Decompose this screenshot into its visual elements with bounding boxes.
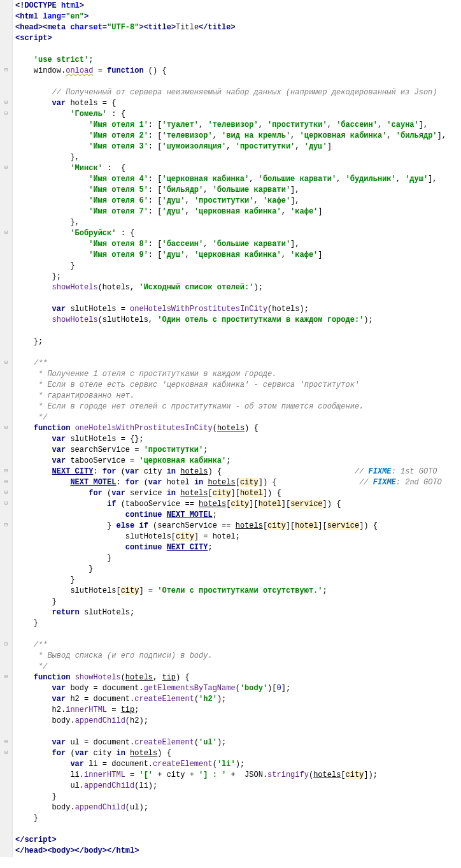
fold-marker[interactable]: ⊟: [0, 65, 12, 76]
code-line[interactable]: 'Минск' : {: [15, 163, 458, 174]
fold-marker[interactable]: ⊟: [0, 228, 12, 238]
code-line[interactable]: /**: [15, 358, 458, 369]
code-line[interactable]: * Если в отеле есть сервис 'церковная ка…: [15, 380, 458, 391]
code-line[interactable]: 'Имя отеля 2': ['телевизор', 'вид на кре…: [15, 131, 458, 141]
fold-marker[interactable]: ⊟: [0, 672, 12, 683]
fold-marker: [0, 585, 12, 596]
code-line[interactable]: 'Имя отеля 4': ['церковная кабинка', 'бо…: [15, 174, 458, 185]
code-line[interactable]: 'Бобруйск' : {: [15, 228, 458, 239]
code-line[interactable]: showHotels(slutHotels, 'Один отель с про…: [15, 315, 458, 326]
code-line[interactable]: h2.innerHTML = tip;: [15, 705, 458, 716]
fold-marker[interactable]: ⊟: [0, 488, 12, 498]
code-line[interactable]: return slutHotels;: [15, 607, 458, 618]
fold-marker[interactable]: ⊟: [0, 520, 12, 531]
code-line[interactable]: }: [15, 261, 458, 271]
code-line[interactable]: },: [15, 217, 458, 228]
code-line[interactable]: </script>: [15, 835, 458, 846]
code-line[interactable]: [15, 76, 458, 87]
code-line[interactable]: [15, 44, 458, 55]
code-line[interactable]: slutHotels[city] = hotel;: [15, 532, 458, 542]
code-line[interactable]: var h2 = document.createElement('h2');: [15, 694, 458, 705]
fold-marker: [0, 845, 12, 856]
code-line[interactable]: }: [15, 813, 458, 824]
code-line[interactable]: <script>: [15, 33, 458, 44]
code-line[interactable]: var li = document.createElement('li');: [15, 759, 458, 770]
fold-marker[interactable]: ⊟: [0, 748, 12, 758]
code-line[interactable]: showHotels(hotels, 'Исходный список отел…: [15, 282, 458, 293]
code-line[interactable]: var body = document.getElementsByTagName…: [15, 683, 458, 694]
code-line[interactable]: var slutHotels = {};: [15, 434, 458, 445]
fold-marker: [0, 433, 12, 444]
code-line[interactable]: },: [15, 152, 458, 163]
code-line[interactable]: 'Имя отеля 7': ['душ', 'церковная кабинк…: [15, 206, 458, 217]
code-line[interactable]: 'Имя отеля 1': ['туалет', 'телевизор', '…: [15, 120, 458, 131]
code-line[interactable]: [15, 727, 458, 737]
code-line[interactable]: }: [15, 618, 458, 629]
code-line[interactable]: [15, 293, 458, 304]
code-line[interactable]: * гарантированно нет.: [15, 391, 458, 401]
code-line[interactable]: [15, 326, 458, 336]
code-line[interactable]: [15, 824, 458, 835]
code-line[interactable]: <head><meta charset="UTF-8"><title>Title…: [15, 22, 458, 33]
fold-marker[interactable]: ⊟: [0, 358, 12, 368]
code-line[interactable]: }: [15, 553, 458, 564]
code-line[interactable]: [15, 629, 458, 640]
code-line[interactable]: [15, 347, 458, 358]
code-line[interactable]: * Получение 1 отеля с проститутками в ка…: [15, 369, 458, 380]
code-line[interactable]: var ul = document.createElement('ul');: [15, 737, 458, 748]
fold-marker[interactable]: ⊟: [0, 639, 12, 650]
fold-marker[interactable]: ⊟: [0, 498, 12, 509]
code-line[interactable]: 'Имя отеля 5': ['бильядр', 'большие карв…: [15, 185, 458, 196]
code-line[interactable]: * Вывод списка (и его подписи) в body.: [15, 651, 458, 662]
code-line[interactable]: 'Гомель' : {: [15, 109, 458, 120]
fold-marker: [0, 0, 12, 11]
code-line[interactable]: };: [15, 271, 458, 282]
fold-marker[interactable]: ⊟: [0, 98, 12, 108]
code-line[interactable]: if (tabooService == hotels[city][hotel][…: [15, 499, 458, 510]
code-line[interactable]: // Полученный от сервера неизменяемый на…: [15, 87, 458, 98]
code-line[interactable]: }: [15, 792, 458, 802]
code-line[interactable]: */: [15, 662, 458, 672]
code-line[interactable]: 'Имя отеля 3': ['шумоизоляция', 'простит…: [15, 141, 458, 152]
fold-marker[interactable]: ⊟: [0, 163, 12, 173]
code-line[interactable]: function showHotels(hotels, tip) {: [15, 672, 458, 683]
code-line[interactable]: var searchService = 'проститутки';: [15, 445, 458, 456]
code-line[interactable]: 'Имя отеля 9': ['душ', 'церковная кабинк…: [15, 250, 458, 261]
fold-marker[interactable]: ⊟: [0, 737, 12, 748]
code-line[interactable]: continue NEXT_CITY;: [15, 542, 458, 553]
code-line[interactable]: }: [15, 564, 458, 575]
code-line[interactable]: NEXT_MOTEL: for (var hotel in hotels[cit…: [15, 477, 458, 488]
code-line[interactable]: }: [15, 597, 458, 607]
code-line[interactable]: li.innerHTML = '[' + city + '] : ' + JSO…: [15, 770, 458, 781]
code-line[interactable]: body.appendChild(ul);: [15, 802, 458, 813]
code-line[interactable]: var slutHotels = oneHotelsWithProstitute…: [15, 304, 458, 315]
code-line[interactable]: * Если в городе нет отелей с проститутка…: [15, 401, 458, 412]
code-line[interactable]: };: [15, 336, 458, 347]
code-line[interactable]: continue NEXT_MOTEL;: [15, 510, 458, 521]
code-line[interactable]: function oneHotelsWithProstitutesInCity(…: [15, 423, 458, 434]
code-line[interactable]: 'use strict';: [15, 55, 458, 66]
code-line[interactable]: 'Имя отеля 8': ['бассеин', 'большие карв…: [15, 239, 458, 250]
code-line[interactable]: slutHotels[city] = 'Отели с проституткам…: [15, 586, 458, 597]
code-line[interactable]: /**: [15, 640, 458, 651]
fold-marker[interactable]: ⊟: [0, 477, 12, 488]
code-line[interactable]: <!DOCTYPE html>: [15, 1, 458, 11]
code-line[interactable]: for (var city in hotels) {: [15, 748, 458, 759]
code-line[interactable]: body.appendChild(h2);: [15, 716, 458, 727]
fold-marker[interactable]: ⊟: [0, 108, 12, 119]
fold-marker[interactable]: ⊟: [0, 423, 12, 433]
code-line[interactable]: <html lang="en">: [15, 11, 458, 22]
code-line[interactable]: var tabooService = 'церковная кабинка';: [15, 456, 458, 467]
code-line[interactable]: */: [15, 412, 458, 423]
code-line[interactable]: </head><body></body></html>: [15, 846, 458, 857]
fold-marker[interactable]: ⊟: [0, 466, 12, 477]
code-line[interactable]: 'Имя отеля 6': ['душ', 'проститутки', 'к…: [15, 196, 458, 206]
code-line[interactable]: var hotels = {: [15, 98, 458, 109]
code-line[interactable]: } else if (searchService == hotels[city]…: [15, 521, 458, 532]
code-line[interactable]: }: [15, 575, 458, 586]
code-line[interactable]: window.onload = function () {: [15, 66, 458, 76]
code-line[interactable]: for (var service in hotels[city][hotel])…: [15, 488, 458, 499]
code-line[interactable]: NEXT_CITY: for (var city in hotels) { //…: [15, 467, 458, 477]
code-editor[interactable]: <!DOCTYPE html><html lang="en"><head><me…: [13, 0, 461, 857]
code-line[interactable]: ul.appendChild(li);: [15, 781, 458, 792]
